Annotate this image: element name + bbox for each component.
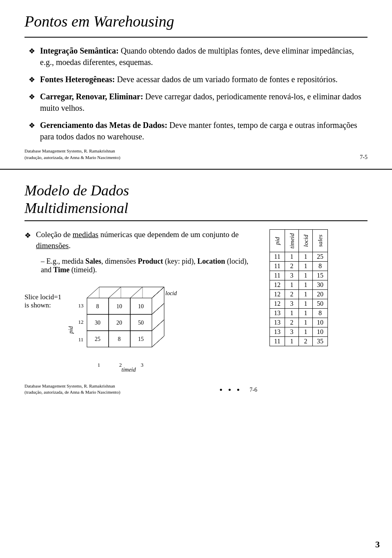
cell-pid: 11 — [270, 252, 285, 262]
cell-timeid: 3 — [285, 271, 299, 280]
slide1-title: Pontos em Warehousing — [24, 12, 368, 30]
cell-timeid: 1 — [285, 337, 299, 346]
footer-line1: Database Management Systems, R. Ramakris… — [24, 148, 120, 154]
svg-line-0 — [152, 287, 164, 298]
table-row: 11 2 1 8 — [270, 262, 328, 271]
val-12-1: 30 — [95, 320, 100, 326]
table-row: 12 3 1 50 — [270, 299, 328, 309]
slide2-title-line1: Modelo de Dados — [24, 182, 129, 199]
footer2-attribution: Database Management Systems, R. Ramakris… — [24, 383, 120, 396]
cell-locid: 1 — [299, 262, 313, 271]
cell-pid: 11 — [270, 271, 285, 280]
medidas-underline: medidas — [73, 230, 98, 239]
locid-axis-label: locid — [165, 290, 177, 296]
timeid-label-3: 3 — [141, 362, 144, 368]
svg-line-3 — [152, 336, 164, 347]
slide2-content: ❖ Coleção de medidas númericas que depen… — [24, 229, 368, 395]
cell-sales: 35 — [313, 337, 328, 346]
svg-line-6 — [152, 303, 164, 314]
footer2-dots: • • • — [219, 385, 241, 395]
slide1-divider — [24, 37, 368, 38]
bullet-icon: ❖ — [24, 231, 31, 241]
page-number: 3 — [375, 539, 380, 550]
cell-locid: 1 — [299, 271, 313, 280]
cell-locid: 1 — [299, 318, 313, 327]
list-item: ❖ Carregar, Renovar, Eliminar: Deve carr… — [29, 91, 363, 114]
bullet-text: Gerenciamento das Metas de Dados: Deve m… — [40, 119, 363, 142]
footer2-line1: Database Management Systems, R. Ramakris… — [24, 383, 120, 389]
cell-pid: 11 — [270, 262, 285, 271]
table-row: 12 2 1 20 — [270, 290, 328, 299]
val-13-2: 10 — [116, 303, 122, 309]
col-header-timeid: timeid — [285, 230, 299, 252]
bullet-icon: ❖ — [29, 46, 35, 56]
slice-locid-label: Slice locid=1 — [24, 293, 61, 301]
slide1-section: Pontos em Warehousing ❖ Integração Semân… — [0, 0, 392, 170]
slice-shown-label: is shown: — [24, 301, 61, 309]
cell-timeid: 1 — [285, 309, 299, 318]
footer-line2: (tradução, autorizada, de Anna & Mario N… — [24, 155, 120, 161]
cell-timeid: 3 — [285, 327, 299, 337]
cell-sales: 20 — [313, 290, 328, 299]
val-13-1: 8 — [96, 303, 99, 309]
cell-timeid: 3 — [285, 299, 299, 309]
bullet-icon: ❖ — [29, 92, 35, 102]
sub-bullet: – E.g., medida Sales, dimensões Product … — [41, 257, 257, 274]
val-12-2: 20 — [116, 320, 122, 326]
val-11-3: 15 — [138, 336, 144, 342]
bullet-text: Fontes Heterogêneas: Deve acessar dados … — [40, 74, 363, 85]
list-item: ❖ Coleção de medidas númericas que depen… — [24, 229, 257, 251]
cell-locid: 2 — [299, 337, 313, 346]
cell-timeid: 2 — [285, 318, 299, 327]
table-row: 11 3 1 15 — [270, 271, 328, 280]
table-row: 13 2 1 10 — [270, 318, 328, 327]
footer2-line2: (tradução, autorizada, de Anna & Mario N… — [24, 389, 120, 395]
cell-locid: 1 — [299, 280, 313, 290]
table-row: 11 1 2 35 — [270, 337, 328, 346]
val-11-2: 8 — [118, 336, 121, 342]
timeid-label-2: 2 — [119, 362, 122, 368]
top-edge-1 — [87, 287, 99, 298]
cell-sales: 15 — [313, 271, 328, 280]
col-header-sales: sales — [313, 230, 328, 252]
table-row: 12 1 1 30 — [270, 280, 328, 290]
pid-label-11: 11 — [78, 336, 84, 343]
table-row: 11 1 1 25 — [270, 252, 328, 262]
cell-pid: 12 — [270, 299, 285, 309]
timeid-axis-label: timeid — [122, 367, 136, 373]
slide2-footer: Database Management Systems, R. Ramakris… — [24, 383, 257, 396]
cell-locid: 1 — [299, 299, 313, 309]
pid-label-13: 13 — [78, 303, 84, 309]
slice-label-area: Slice locid=1 is shown: — [24, 293, 61, 309]
cell-timeid: 1 — [285, 280, 299, 290]
pid-label-12: 12 — [78, 319, 84, 325]
cell-pid: 13 — [270, 327, 285, 337]
cell-locid: 1 — [299, 327, 313, 337]
list-item: ❖ Integração Semântica: Quando obtendo d… — [29, 45, 363, 68]
bullet-icon: ❖ — [29, 75, 35, 85]
cell-sales: 30 — [313, 280, 328, 290]
val-11-1: 25 — [95, 336, 100, 342]
slide2-divider — [24, 220, 368, 221]
val-13-3: 10 — [138, 303, 144, 309]
cell-sales: 8 — [313, 309, 328, 318]
cell-pid: 12 — [270, 290, 285, 299]
cube-svg: pid 13 12 11 timeid 1 2 3 locid — [65, 281, 184, 375]
cell-locid: 1 — [299, 309, 313, 318]
slide2-title-line2: Multidimensional — [24, 200, 128, 216]
cell-locid: 1 — [299, 252, 313, 262]
footer2-right-group: • • • 7-6 — [219, 385, 257, 395]
bullet-text: Coleção de medidas númericas que depende… — [36, 229, 257, 251]
cell-timeid: 2 — [285, 290, 299, 299]
timeid-label-1: 1 — [98, 362, 100, 368]
slide2-table-panel: pid timeid locid sales 11 1 1 25 11 — [270, 229, 368, 346]
col-header-pid: pid — [270, 230, 285, 252]
svg-line-7 — [152, 320, 164, 331]
list-item: ❖ Gerenciamento das Metas de Dados: Deve… — [29, 119, 363, 142]
footer-slide-num: 7-5 — [360, 154, 368, 161]
table-row: 13 3 1 10 — [270, 327, 328, 337]
cube-area: Slice locid=1 is shown: pid 13 12 11 tim… — [24, 281, 257, 376]
slide2-left-panel: ❖ Coleção de medidas númericas que depen… — [24, 229, 257, 395]
cell-sales: 8 — [313, 262, 328, 271]
list-item: ❖ Fontes Heterogêneas: Deve acessar dado… — [29, 74, 363, 85]
